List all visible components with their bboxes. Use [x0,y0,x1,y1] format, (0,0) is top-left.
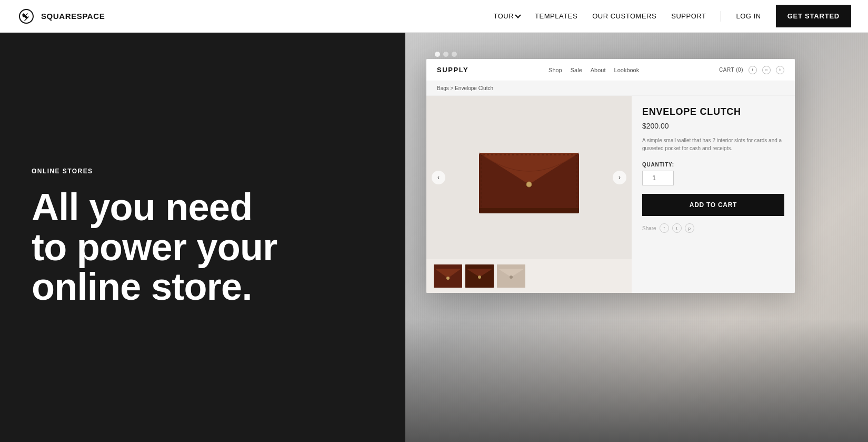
quantity-label: QUANTITY: [642,162,784,168]
product-thumbnails [426,259,632,293]
card-body: ‹ [426,96,795,293]
card-nav-lookbook[interactable]: Lookbook [614,67,640,73]
nav-item-support[interactable]: SUPPORT [671,12,706,20]
svg-rect-2 [479,208,579,213]
thumbnail-3[interactable] [497,264,525,288]
product-image-area: ‹ [426,96,632,293]
nav-item-our-customers[interactable]: OUR CUSTOMERS [592,12,656,20]
breadcrumb: Bags > Envelope Clutch [426,81,795,96]
cart-label[interactable]: CART (0) [719,67,743,73]
svg-point-5 [446,277,450,280]
store-logo: SUPPLY [437,66,468,74]
thumbnail-1[interactable] [434,264,462,288]
navbar-right: TOUR TEMPLATES OUR CUSTOMERS SUPPORT LOG… [493,5,851,27]
navbar-left: SQUARESPACE [17,7,105,26]
carousel-dot-2[interactable] [443,52,448,57]
card-nav-shop[interactable]: Shop [548,67,562,73]
product-image-clutch [474,137,584,219]
add-to-cart-button[interactable]: Add to Cart [642,194,784,216]
product-title: ENVELOPE CLUTCH [642,106,784,117]
navbar: SQUARESPACE TOUR TEMPLATES OUR CUSTOMERS… [0,0,868,33]
instagram-icon[interactable]: ○ [762,66,771,74]
card-nav-right: CART (0) f ○ t [719,66,784,74]
product-description: A simple small wallet that has 2 interio… [642,136,784,152]
carousel-dots [435,52,457,57]
tour-chevron-down-icon [515,12,521,18]
product-price: $200.00 [642,122,784,130]
nav-item-tour[interactable]: TOUR [493,12,520,20]
share-pinterest-icon[interactable]: p [685,223,694,233]
card-nav-links: Shop Sale About Lookbook [548,67,639,73]
svg-point-7 [478,276,481,279]
image-prev-arrow[interactable]: ‹ [432,171,445,184]
product-image-main: ‹ [426,96,632,259]
svg-point-1 [526,182,532,187]
login-link[interactable]: LOG IN [736,12,761,20]
share-row: Share f t p [642,223,784,233]
thumbnail-2[interactable] [465,264,494,288]
nav-item-templates[interactable]: TEMPLATES [535,12,577,20]
card-nav-about[interactable]: About [591,67,606,73]
product-card: SUPPLY Shop Sale About Lookbook CART (0)… [426,59,795,293]
card-nav-sale[interactable]: Sale [571,67,582,73]
share-facebook-icon[interactable]: f [660,223,669,233]
carousel-dot-3[interactable] [452,52,457,57]
card-navbar: SUPPLY Shop Sale About Lookbook CART (0)… [426,59,795,81]
hero-headline: All you need to power your online store. [32,188,374,307]
hero-left-panel: ONLINE STORES All you need to power your… [0,33,405,442]
navbar-logo-text: SQUARESPACE [41,12,105,21]
image-next-arrow[interactable]: › [613,171,626,184]
main-nav: TOUR TEMPLATES OUR CUSTOMERS SUPPORT [493,12,706,20]
squarespace-logo-icon [17,7,36,26]
twitter-icon[interactable]: t [776,66,784,74]
share-twitter-icon[interactable]: t [672,223,682,233]
get-started-button[interactable]: GET STARTED [776,5,851,27]
carousel-dot-1[interactable] [435,52,440,57]
svg-point-9 [510,276,513,279]
quantity-input[interactable] [642,171,674,185]
nav-separator [721,11,721,22]
section-label: ONLINE STORES [32,168,374,175]
share-label: Share [642,225,656,231]
facebook-icon[interactable]: f [749,66,757,74]
hero-right-panel: SUPPLY Shop Sale About Lookbook CART (0)… [405,33,868,442]
product-info: ENVELOPE CLUTCH $200.00 A simple small w… [632,96,795,293]
